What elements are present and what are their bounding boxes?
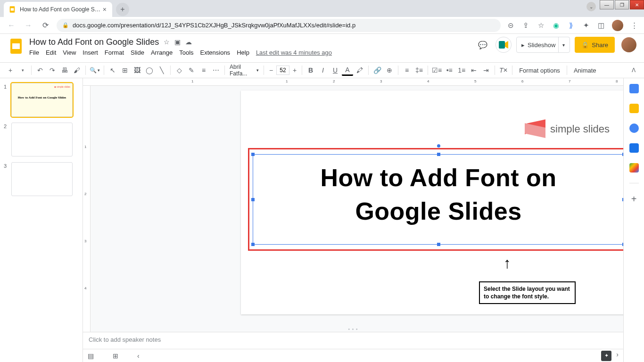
slide-canvas[interactable]: simple slides How to Add Font on Google … xyxy=(241,90,623,314)
bulleted-list-button[interactable]: •≡ xyxy=(444,65,455,76)
cast-icon[interactable]: ⟫ xyxy=(567,21,575,30)
menu-format[interactable]: Format xyxy=(105,49,124,56)
highlight-button[interactable]: 🖍 xyxy=(354,65,365,76)
explore-button[interactable]: ✦ xyxy=(601,351,611,361)
profile-avatar[interactable] xyxy=(612,20,623,31)
resize-handle-n[interactable] xyxy=(437,153,440,156)
format-options-button[interactable]: Format options xyxy=(515,67,564,74)
font-size-decrease[interactable]: − xyxy=(267,65,275,75)
minimize-button[interactable]: — xyxy=(600,0,614,9)
decrease-indent-button[interactable]: ⇤ xyxy=(468,65,479,76)
sidepanel-icon[interactable]: ◫ xyxy=(597,21,605,30)
menu-tools[interactable]: Tools xyxy=(179,49,193,56)
paint-format-button[interactable]: 🖌 xyxy=(71,65,83,76)
fill-color-button[interactable]: ◇ xyxy=(173,65,185,76)
grammarly-icon[interactable]: ◉ xyxy=(552,21,560,30)
maps-icon[interactable] xyxy=(629,163,639,173)
slides-logo-icon[interactable] xyxy=(8,38,25,55)
cloud-icon[interactable]: ☁ xyxy=(185,38,192,46)
url-field[interactable]: 🔒 docs.google.com/presentation/d/12J_S4Y… xyxy=(57,19,501,32)
menu-icon[interactable]: ⋮ xyxy=(630,21,638,30)
textbox-tool[interactable]: ⊞ xyxy=(119,65,131,76)
border-color-button[interactable]: ✎ xyxy=(186,65,197,76)
share-page-icon[interactable]: ⇪ xyxy=(521,21,530,30)
last-edit-link[interactable]: Last edit was 4 minutes ago xyxy=(256,49,332,56)
underline-button[interactable]: U xyxy=(330,65,341,76)
menu-insert[interactable]: Insert xyxy=(83,49,98,56)
resize-handle-sw[interactable] xyxy=(251,243,255,246)
resize-handle-se[interactable] xyxy=(622,243,623,246)
menu-extensions[interactable]: Extensions xyxy=(200,49,231,56)
keep-icon[interactable] xyxy=(629,104,639,113)
align-button[interactable]: ≡ xyxy=(401,65,413,76)
font-family-selector[interactable]: Abril Fatfa... ▾ xyxy=(228,65,261,75)
collapse-filmstrip-icon[interactable]: ‹ xyxy=(137,352,140,360)
menu-view[interactable]: View xyxy=(63,49,76,56)
slide-thumbnail-3[interactable] xyxy=(11,162,73,196)
account-avatar[interactable] xyxy=(621,37,636,52)
line-spacing-button[interactable]: ‡≡ xyxy=(413,65,425,76)
zoom-icon[interactable]: ⊝ xyxy=(506,21,515,30)
back-button[interactable]: ← xyxy=(6,20,17,31)
resize-handle-nw[interactable] xyxy=(251,153,255,156)
menu-arrange[interactable]: Arrange xyxy=(151,49,173,56)
checklist-button[interactable]: ☑≡ xyxy=(431,65,443,76)
horizontal-ruler[interactable]: 1 1 2 3 4 5 6 7 8 xyxy=(83,78,623,86)
rotate-handle[interactable] xyxy=(437,144,440,148)
contacts-icon[interactable] xyxy=(629,143,639,153)
insert-link-button[interactable]: 🔗 xyxy=(372,65,383,76)
bookmark-icon[interactable]: ☆ xyxy=(537,21,545,30)
close-window-button[interactable]: ✕ xyxy=(630,0,644,9)
reload-button[interactable]: ⟳ xyxy=(40,20,51,31)
slideshow-dropdown[interactable]: ▾ xyxy=(558,37,568,52)
bold-button[interactable]: B xyxy=(305,65,316,76)
speaker-notes[interactable]: Click to add speaker notes xyxy=(83,332,623,349)
animate-button[interactable]: Animate xyxy=(570,67,600,74)
tasks-icon[interactable] xyxy=(629,123,639,133)
vertical-ruler[interactable]: 1 2 3 4 xyxy=(83,86,91,362)
new-slide-dropdown[interactable]: ▾ xyxy=(17,65,28,76)
close-tab-icon[interactable]: × xyxy=(101,6,108,13)
text-color-button[interactable]: A xyxy=(342,65,353,76)
notes-drag-handle-icon[interactable]: • • • xyxy=(348,327,358,332)
new-tab-button[interactable]: + xyxy=(116,3,129,16)
document-title[interactable]: How to Add Font on Google Slides xyxy=(29,37,159,47)
menu-edit[interactable]: Edit xyxy=(46,49,56,56)
increase-indent-button[interactable]: ⇥ xyxy=(480,65,492,76)
print-button[interactable]: 🖶 xyxy=(59,65,70,76)
clear-formatting-button[interactable]: T✕ xyxy=(498,65,509,76)
slide-title-text[interactable]: How to Add Font on Google Slides xyxy=(253,161,623,228)
zoom-button[interactable]: 🔍 ▾ xyxy=(89,65,101,76)
forward-button[interactable]: → xyxy=(23,20,34,31)
maximize-button[interactable]: ❐ xyxy=(615,0,629,9)
resize-handle-ne[interactable] xyxy=(622,153,623,156)
get-addons-icon[interactable]: + xyxy=(631,194,637,205)
font-size-input[interactable] xyxy=(276,66,289,75)
menu-file[interactable]: File xyxy=(29,49,39,56)
calendar-icon[interactable] xyxy=(629,84,639,93)
move-icon[interactable]: ▣ xyxy=(174,38,181,46)
select-tool[interactable]: ↖ xyxy=(107,65,118,76)
line-tool[interactable]: ╲ xyxy=(156,65,167,76)
resize-handle-s[interactable] xyxy=(437,243,440,246)
account-chevron-icon[interactable]: ⌄ xyxy=(586,2,596,11)
border-weight-button[interactable]: ≡ xyxy=(198,65,209,76)
slideshow-button[interactable]: ▸ Slideshow ▾ xyxy=(516,37,570,53)
collapse-toolbar-icon[interactable]: ᐱ xyxy=(628,65,639,76)
new-slide-button[interactable]: + xyxy=(5,65,16,76)
share-button[interactable]: 🔒 Share xyxy=(575,37,615,53)
comments-button[interactable]: 💬 xyxy=(475,37,491,53)
image-tool[interactable]: 🖼 xyxy=(132,65,143,76)
slide-thumbnail-1[interactable]: ◆ simple slides How to Add Font on Googl… xyxy=(11,83,73,117)
numbered-list-button[interactable]: 1≡ xyxy=(456,65,467,76)
show-side-panel-icon[interactable]: › xyxy=(616,351,619,361)
extensions-icon[interactable]: ✦ xyxy=(582,21,590,30)
italic-button[interactable]: I xyxy=(317,65,329,76)
border-dash-button[interactable]: ⋯ xyxy=(210,65,222,76)
menu-slide[interactable]: Slide xyxy=(131,49,144,56)
filmstrip-view-icon[interactable]: ▤ xyxy=(88,352,94,360)
menu-help[interactable]: Help xyxy=(237,49,249,56)
browser-tab[interactable]: How to Add Font on Google Slides × xyxy=(4,2,112,17)
shape-tool[interactable]: ◯ xyxy=(144,65,155,76)
font-size-increase[interactable]: + xyxy=(290,65,299,75)
